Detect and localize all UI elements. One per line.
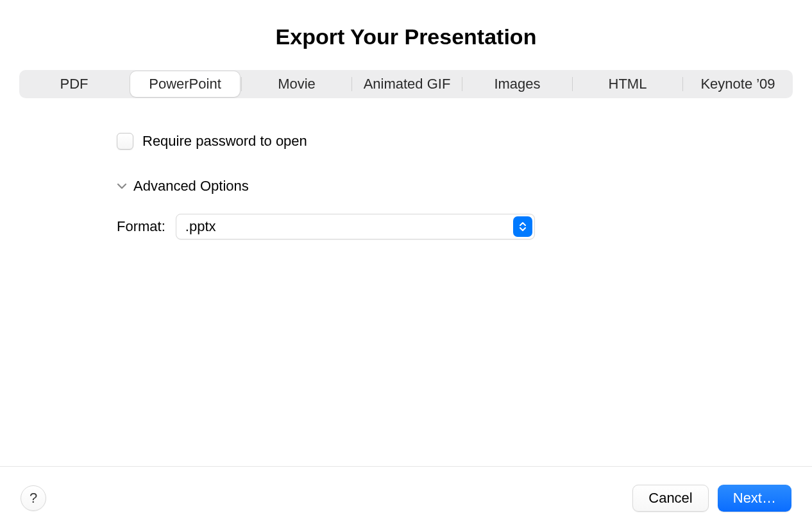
tab-label: HTML (609, 76, 647, 92)
format-row: Format: .pptx (117, 214, 812, 239)
format-label: Format: (117, 218, 165, 235)
require-password-label: Require password to open (142, 133, 307, 150)
format-select-value: .pptx (176, 214, 535, 239)
dialog-title: Export Your Presentation (0, 0, 812, 70)
tab-movie[interactable]: Movie (242, 70, 351, 98)
require-password-row: Require password to open (117, 133, 812, 150)
format-select[interactable]: .pptx (176, 214, 535, 239)
export-dialog: Export Your Presentation PDF PowerPoint … (0, 0, 812, 529)
tab-label: Animated GIF (364, 76, 451, 92)
tab-label: PDF (60, 76, 89, 92)
help-icon: ? (30, 490, 37, 507)
advanced-options-label: Advanced Options (133, 178, 249, 195)
next-button-label: Next… (733, 490, 776, 507)
dialog-footer: ? Cancel Next… (0, 466, 812, 529)
next-button[interactable]: Next… (718, 485, 791, 512)
tab-label: PowerPoint (149, 76, 221, 92)
tab-label: Keynote ’09 (700, 76, 775, 92)
export-format-tabs: PDF PowerPoint Movie Animated GIF Images… (19, 70, 793, 98)
tab-pdf[interactable]: PDF (19, 70, 129, 98)
tab-keynote09[interactable]: Keynote ’09 (683, 70, 793, 98)
advanced-options-toggle[interactable]: Advanced Options (117, 178, 812, 195)
tab-powerpoint[interactable]: PowerPoint (130, 71, 240, 97)
tab-animated-gif[interactable]: Animated GIF (352, 70, 462, 98)
tab-label: Movie (278, 76, 316, 92)
tab-label: Images (494, 76, 540, 92)
cancel-button[interactable]: Cancel (632, 485, 708, 512)
chevron-down-icon (117, 181, 127, 191)
cancel-button-label: Cancel (648, 490, 692, 507)
tab-images[interactable]: Images (462, 70, 572, 98)
export-options-pane: Require password to open Advanced Option… (0, 98, 812, 466)
require-password-checkbox[interactable] (117, 133, 133, 150)
tab-html[interactable]: HTML (573, 70, 682, 98)
help-button[interactable]: ? (21, 485, 46, 511)
